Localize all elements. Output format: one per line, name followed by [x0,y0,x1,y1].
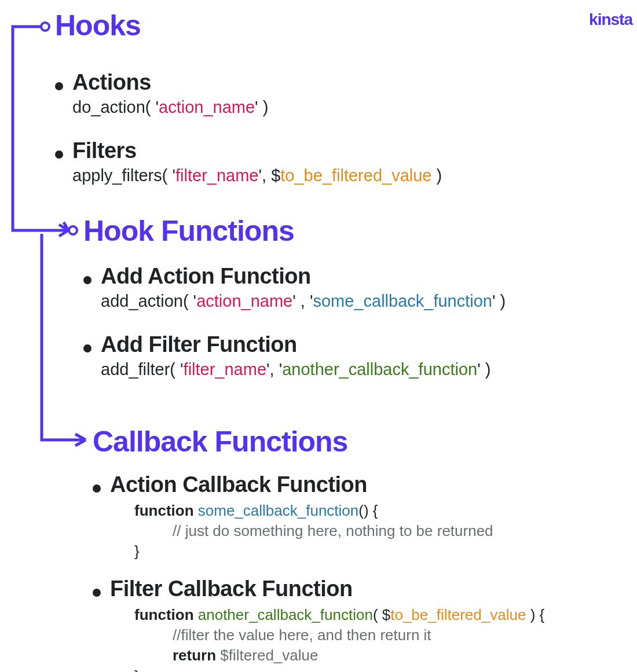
hook-functions-heading: Hook Functions [83,214,506,248]
hooks-actions-item: Actions do_action( 'action_name' ) [55,70,442,119]
filter-callback-item: Filter Callback Function function anothe… [93,576,544,672]
hooks-heading: Hooks [55,9,442,42]
svg-point-1 [69,226,77,234]
hooks-filters-item: Filters apply_filters( 'filter_name', $t… [55,138,442,187]
svg-point-0 [41,23,49,31]
action-callback-label: Action Callback Function [110,472,367,497]
callback-functions-heading: Callback Functions [93,425,544,458]
add-action-code: add_action( 'action_name' , 'some_callba… [101,290,506,313]
add-filter-code: add_filter( 'filter_name', 'another_call… [101,358,506,381]
do-action-code: do_action( 'action_name' ) [72,96,442,119]
add-action-item: Add Action Function add_action( 'action_… [83,264,506,313]
bullet-icon [55,150,63,159]
section-callback-functions: Callback Functions Action Callback Funct… [93,425,544,672]
kinsta-logo: KINSTa [589,10,632,29]
action-callback-code: function some_callback_function() { // j… [134,501,544,561]
bullet-icon [83,276,91,284]
section-hooks: Hooks Actions do_action( 'action_name' )… [55,9,442,207]
action-callback-item: Action Callback Function function some_c… [93,472,544,561]
apply-filters-code: apply_filters( 'filter_name', $to_be_fil… [72,164,442,187]
filter-callback-label: Filter Callback Function [110,576,353,601]
actions-label: Actions [72,70,151,94]
bullet-icon [93,484,101,493]
bullet-icon [93,589,101,597]
filters-label: Filters [72,138,137,163]
section-hook-functions: Hook Functions Add Action Function add_a… [83,214,506,401]
add-filter-item: Add Filter Function add_filter( 'filter_… [83,332,506,381]
bullet-icon [83,344,91,352]
add-action-label: Add Action Function [101,264,311,288]
filter-callback-code: function another_callback_function( $to_… [134,605,544,672]
bullet-icon [55,82,63,90]
add-filter-label: Add Filter Function [101,332,297,357]
